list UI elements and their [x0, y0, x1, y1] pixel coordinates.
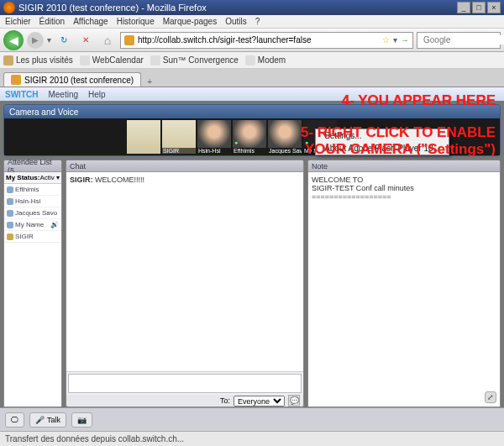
my-status-bar[interactable]: My Status: Activ ▾	[4, 172, 61, 184]
new-tab-button[interactable]: +	[141, 77, 158, 87]
chat-input[interactable]	[68, 374, 302, 393]
chat-body: SIGIR: WELCOME!!!!!	[66, 172, 303, 371]
monitor-icon: 🖵	[11, 416, 18, 424]
search-input[interactable]	[423, 35, 504, 45]
attendee-item[interactable]: Hsin-Hsi	[4, 196, 61, 207]
dropdown-icon: ▾	[56, 174, 60, 181]
user-icon	[7, 222, 13, 228]
url-input[interactable]	[138, 35, 379, 45]
camera-tile[interactable]: SIGIR	[162, 120, 196, 154]
back-icon: ◀	[9, 34, 18, 47]
menu-bookmarks[interactable]: Marque-pages	[163, 17, 217, 26]
menu-view[interactable]: Affichage	[73, 17, 108, 26]
mic-icon: ●	[305, 139, 308, 145]
search-box[interactable]	[417, 32, 501, 49]
camera-tile[interactable]: Hsin-Hsi	[197, 120, 231, 154]
menu-tools[interactable]: Outils	[225, 17, 247, 26]
camera-strip[interactable]: SIGIR Hsin-Hsi ●Efthimis Jacques Savoy ●…	[4, 118, 500, 155]
history-dropdown-icon[interactable]: ▾	[47, 35, 51, 45]
close-button[interactable]: ×	[487, 2, 501, 13]
attendee-item[interactable]: My Name🔊	[4, 219, 61, 231]
app-menu-meeting[interactable]: Meeting	[48, 90, 78, 99]
bookmark-most-visited[interactable]: Les plus visités	[3, 55, 73, 66]
firefox-icon	[3, 2, 15, 13]
app-menubar: SWITCH Meeting Help	[0, 87, 504, 101]
app-menu-help[interactable]: Help	[88, 90, 106, 99]
camera-panel: Camera and Voice SIGIR Hsin-Hsi ●Efthimi…	[3, 104, 501, 156]
bookmark-modem[interactable]: Modem	[245, 55, 286, 66]
menu-edit[interactable]: Édition	[39, 17, 66, 26]
note-line: SIGIR-TEST Conf call minutes	[312, 184, 496, 192]
stop-button[interactable]: ✕	[76, 31, 95, 50]
home-icon: ⌂	[104, 34, 111, 47]
attendee-panel-title: Attendee List (5	[4, 160, 61, 172]
camera-tile[interactable]: Jacques Savoy	[268, 120, 302, 154]
to-select[interactable]: Everyone	[234, 396, 285, 407]
camera-panel-title: Camera and Voice	[4, 105, 500, 118]
mic-icon: ●	[234, 139, 238, 145]
url-dropdown-icon[interactable]: ▾	[393, 35, 397, 45]
note-body[interactable]: WELCOME TO SIGIR-TEST Conf call minutes …	[308, 172, 500, 407]
user-icon	[7, 198, 13, 205]
camera-tile[interactable]: ●Efthimis	[233, 120, 266, 154]
note-line: WELCOME TO	[312, 176, 496, 184]
bookmarks-bar: Les plus visités WebCalendar Sun™ Conver…	[0, 52, 504, 69]
ctx-settings[interactable]: Settings...	[316, 129, 449, 142]
bookmark-webcalendar[interactable]: WebCalendar	[80, 55, 144, 66]
bookmark-convergence[interactable]: Sun™ Convergence	[150, 55, 239, 66]
url-bar[interactable]: ☆ ▾ →	[120, 32, 413, 49]
go-icon[interactable]: →	[401, 35, 409, 45]
talk-button[interactable]: 🎤Talk	[29, 412, 66, 428]
ctx-about-flash[interactable]: About Adobe Flash Player 10...	[316, 142, 449, 155]
switch-logo: SWITCH	[5, 90, 38, 99]
attendee-item[interactable]: Efthimis	[4, 184, 61, 196]
mic-icon: 🎤	[35, 416, 45, 424]
reload-icon: ↻	[60, 35, 67, 45]
menu-history[interactable]: Historique	[117, 17, 155, 26]
home-button[interactable]: ⌂	[98, 31, 117, 50]
send-icon[interactable]: 💬	[288, 395, 300, 407]
app-bottom-bar: 🖵 🎤Talk 📷	[0, 407, 504, 431]
note-line: ==================	[312, 192, 496, 201]
forward-button[interactable]: ▶	[27, 32, 44, 49]
firefox-status-bar: Transfert des données depuis collab.swit…	[0, 431, 504, 446]
menu-file[interactable]: Eichier	[5, 17, 31, 26]
app-area: 4- YOU APPEAR HERE 5- RIGHT CLICK TO ENA…	[0, 87, 504, 431]
minimize-button[interactable]: _	[457, 2, 470, 13]
tab-sigir[interactable]: SIGIR 2010 (test conference)	[3, 72, 141, 87]
back-button[interactable]: ◀	[3, 30, 24, 50]
screen-share-button[interactable]: 🖵	[5, 412, 24, 428]
chat-panel-title: Chat	[66, 160, 303, 172]
camera-tile[interactable]	[127, 120, 160, 154]
chat-to-row: To: Everyone 💬	[66, 395, 303, 407]
chat-author: SIGIR:	[70, 176, 93, 184]
bookmark-star-icon[interactable]: ☆	[382, 35, 390, 45]
note-panel: Note WELCOME TO SIGIR-TEST Conf call min…	[307, 160, 501, 407]
attendee-item[interactable]: SIGIR	[4, 231, 61, 243]
camera-button[interactable]: 📷	[71, 412, 92, 428]
expand-icon[interactable]: ⤢	[485, 391, 496, 403]
forward-icon: ▶	[32, 35, 39, 45]
menu-help[interactable]: ?	[255, 17, 260, 26]
attendee-panel: Attendee List (5 My Status: Activ ▾ Efth…	[3, 160, 62, 407]
nav-toolbar: ◀ ▶ ▾ ↻ ✕ ⌂ ☆ ▾ →	[0, 29, 504, 52]
attendee-list: Efthimis Hsin-Hsi Jacques Savo My Name🔊 …	[4, 184, 61, 407]
chat-input-area	[66, 371, 303, 395]
note-panel-title: Note	[308, 160, 500, 172]
flash-context-menu: Settings... About Adobe Flash Player 10.…	[315, 129, 449, 155]
user-icon	[7, 186, 13, 193]
firefox-menubar: Eichier Édition Affichage Historique Mar…	[0, 15, 504, 29]
chat-text: WELCOME!!!!!	[95, 176, 144, 184]
page-icon	[80, 55, 90, 66]
tab-favicon	[11, 75, 21, 85]
maximize-button[interactable]: □	[472, 2, 486, 13]
stop-icon: ✕	[82, 35, 89, 45]
folder-icon	[3, 55, 13, 66]
status-text: Transfert des données depuis collab.swit…	[5, 434, 184, 443]
tab-bar: SIGIR 2010 (test conference) +	[0, 69, 504, 87]
status-label: My Status:	[6, 174, 39, 181]
host-icon	[7, 233, 13, 240]
user-icon	[7, 210, 13, 217]
reload-button[interactable]: ↻	[55, 31, 73, 50]
attendee-item[interactable]: Jacques Savo	[4, 207, 61, 219]
